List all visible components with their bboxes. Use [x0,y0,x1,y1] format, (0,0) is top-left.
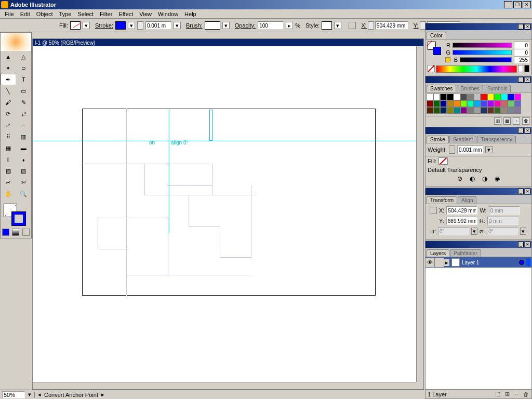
menu-object[interactable]: Object [33,10,56,18]
r-input[interactable] [514,42,529,49]
new-layer-icon[interactable]: ▫ [513,391,520,398]
color-fill-stroke[interactable] [428,42,442,56]
panel-minimize[interactable]: _ [518,128,524,134]
live-paint-select-tool[interactable]: ▧ [16,165,32,177]
r-slider[interactable] [453,43,512,48]
none-color-icon[interactable] [428,65,435,72]
tab-align[interactable]: Align [458,196,476,204]
panel-close[interactable]: ✕ [525,77,530,83]
swatch-item[interactable] [460,100,467,107]
swatch-item[interactable] [460,107,467,114]
status-right-arrow[interactable]: ▸ [101,391,104,398]
horizontal-scrollbar[interactable] [33,382,416,389]
panel-minimize[interactable]: _ [518,189,524,194]
swatch-item[interactable] [487,107,494,114]
style-dropdown[interactable]: ▾ [334,22,341,29]
fill-stroke-indicator[interactable] [1,203,31,228]
swatch-item[interactable] [481,107,487,114]
slice-tool[interactable]: ✂ [1,177,16,188]
opacity-label[interactable]: Opacity: [235,22,256,29]
swatch-item[interactable] [427,107,433,114]
swatch-item[interactable] [514,100,521,107]
brush-preview[interactable] [205,21,220,30]
panel-close[interactable]: ✕ [525,189,530,194]
swatch-item[interactable] [481,100,487,107]
scale-tool[interactable]: ⤢ [1,119,16,131]
menu-window[interactable]: Window [155,10,181,18]
gradient-tool[interactable]: ▬ [16,142,32,154]
ty-input[interactable] [446,217,477,225]
y-label[interactable]: Y: [414,22,419,29]
swatch-item[interactable] [494,100,501,107]
opacity-input[interactable] [258,21,284,30]
lasso-tool[interactable]: ⊃ [16,62,32,74]
registration-point-icon[interactable] [349,22,356,29]
tw-input[interactable] [489,206,520,215]
panel-close[interactable]: ✕ [525,242,530,247]
canvas[interactable]: on align 0° [33,46,416,382]
opacity-dropdown[interactable]: ▸ [286,22,293,29]
swatch-item[interactable] [460,94,467,100]
menu-help[interactable]: Help [181,10,200,18]
out-of-gamut-icon[interactable] [445,57,450,62]
pen-tool[interactable]: ✒ [1,74,16,85]
style-swatch[interactable] [322,21,332,30]
swatch-item[interactable] [514,107,521,114]
g-slider[interactable] [453,50,512,55]
stroke-fill-swatch[interactable] [438,157,448,165]
swatch-item[interactable] [454,107,460,114]
swatch-item[interactable] [474,100,481,107]
fill-swatch[interactable] [70,21,81,30]
line-tool[interactable]: ╲ [1,85,16,97]
angle-dropdown[interactable]: ▾ [471,228,477,235]
tab-symbols[interactable]: Symbols [484,85,511,92]
menu-edit[interactable]: Edit [17,10,33,18]
live-paint-tool[interactable]: ▨ [1,165,16,177]
swatch-item[interactable] [440,94,447,100]
swatch-item[interactable] [440,107,447,114]
anchor-handle[interactable] [209,110,212,141]
swatch-item[interactable] [467,94,474,100]
tab-swatches[interactable]: Swatches [427,85,456,92]
pencil-tool[interactable]: ✎ [16,97,32,108]
layer-name[interactable]: Layer 1 [462,260,519,265]
panel-close[interactable]: ✕ [525,128,530,134]
new-sublayer-icon[interactable]: ⊞ [503,391,511,398]
panel-minimize[interactable]: _ [518,24,524,30]
swatch-item[interactable] [447,107,454,114]
menu-effect[interactable]: Effect [115,10,136,18]
swatch-item[interactable] [487,100,494,107]
swatch-delete-icon[interactable]: 🗑 [522,117,529,125]
swatch-item[interactable] [508,94,514,100]
blend-tool[interactable]: ⬧ [16,154,32,165]
swatch-item[interactable] [433,107,440,114]
th-input[interactable] [487,217,518,225]
magic-wand-tool[interactable]: ✦ [1,62,16,74]
type-tool[interactable]: T [16,74,32,85]
fill-dropdown[interactable]: ▾ [83,22,90,29]
swatch-item[interactable] [481,94,487,100]
white-swatch[interactable] [518,65,523,72]
rectangle-tool[interactable]: ▭ [16,85,32,97]
tx-input[interactable] [446,206,477,215]
symbol-sprayer-tool[interactable]: ⠿ [1,131,16,142]
stroke-swatch[interactable] [115,21,126,30]
swatch-show-color-icon[interactable]: ▦ [503,117,511,125]
swatch-item[interactable] [427,100,433,107]
swatch-item[interactable] [501,100,508,107]
stroke-indicator[interactable] [12,212,25,225]
swatch-item[interactable] [467,107,474,114]
close-button[interactable]: ✕ [523,1,531,8]
zoom-level[interactable]: 50% [2,391,25,398]
make-clipping-mask-icon[interactable]: ⬚ [494,391,501,398]
direct-selection-tool[interactable]: △ [16,51,32,62]
swatch-item[interactable] [474,107,481,114]
shear-input[interactable] [487,227,518,235]
color-mode[interactable] [2,229,9,236]
menu-select[interactable]: Select [74,10,97,18]
tab-gradient[interactable]: Gradient [449,136,476,143]
swatch-item[interactable] [454,94,460,100]
swatch-show-all-icon[interactable]: ▥ [494,117,501,125]
swatch-item[interactable] [447,94,454,100]
swatch-item[interactable] [494,107,501,114]
